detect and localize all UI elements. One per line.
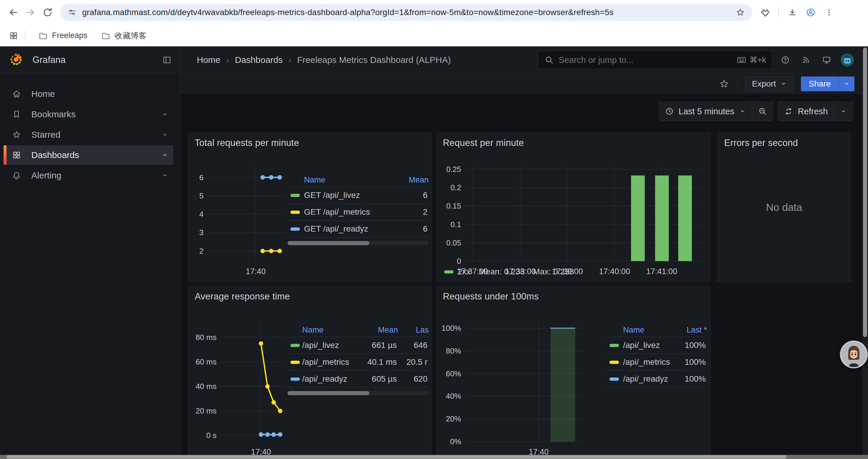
data-point [259, 432, 263, 437]
breadcrumb-item[interactable]: Home [197, 55, 220, 65]
chevron-down-icon [161, 131, 169, 138]
search-input[interactable] [558, 55, 737, 65]
legend-series-name[interactable]: /api/_livez [302, 340, 354, 350]
legend-scrollbar-thumb[interactable] [287, 241, 369, 245]
legend-scrollbar[interactable] [287, 391, 429, 395]
legend-value: 605 µs [354, 374, 398, 384]
legend-column-header[interactable]: Mean [393, 175, 429, 185]
series-color-pill [290, 194, 300, 197]
site-settings-icon[interactable] [67, 8, 77, 17]
sidebar-item-dashboards[interactable]: Dashboards [4, 145, 174, 165]
series-color-pill [610, 361, 619, 364]
legend-series-name[interactable]: GET /api/_metrics [304, 207, 393, 217]
legend-series-name[interactable]: GET /api/_readyz [304, 224, 393, 234]
legend-series-name[interactable]: GET /api/_livez [304, 191, 393, 200]
legend-row[interactable]: /api/_metrics40.1 ms20.5 r [287, 354, 429, 370]
legend-inline[interactable]: 2xx Mean: 0.233 Max: 0.233 [444, 267, 574, 276]
floating-profile-avatar[interactable] [840, 340, 868, 369]
legend-row[interactable]: /api/_livez661 µs646 [287, 337, 429, 354]
bell-icon [12, 171, 21, 180]
legend-column-header[interactable]: Name [302, 326, 354, 335]
vertical-scrollbar-thumb[interactable] [863, 47, 867, 337]
sidebar-toggle-button[interactable] [162, 55, 172, 65]
extensions-icon[interactable] [760, 8, 769, 17]
sidebar-item-bookmarks[interactable]: Bookmarks [4, 104, 174, 124]
sidebar-item-label: Starred [31, 130, 60, 140]
bookmark-star-icon[interactable] [736, 8, 745, 17]
requests-under-100ms-chart: 100%80%60%40%20%0%17:40 [438, 309, 608, 459]
bookmark-folder[interactable]: 收藏博客 [96, 28, 152, 44]
legend-row[interactable]: /api/_readyz605 µs620 [287, 370, 429, 388]
zoom-out-button[interactable] [752, 102, 773, 121]
legend-series-name[interactable]: /api/_metrics [302, 357, 354, 367]
legend-value: 100% [671, 340, 707, 350]
legend-value: 40.1 ms [354, 357, 398, 367]
series-color-pill [610, 378, 619, 381]
grafana-header: Grafana Home›Dashboards›Freeleaps Metric… [0, 46, 868, 74]
browser-back-button[interactable] [5, 4, 22, 21]
share-split-button: Share [801, 76, 855, 91]
sidebar-item-home[interactable]: Home [4, 84, 174, 104]
legend-row[interactable]: GET /api/_livez6 [287, 187, 429, 203]
y-tick-label: 60 ms [195, 357, 217, 366]
export-button[interactable]: Export [745, 76, 794, 91]
legend-series-name[interactable]: /api/_metrics [623, 357, 671, 367]
grafana-logo-icon[interactable] [8, 52, 24, 68]
legend-column-header[interactable]: Name [623, 326, 671, 335]
user-avatar[interactable] [841, 54, 854, 66]
sidebar-item-alerting[interactable]: Alerting [4, 166, 174, 185]
bookmark-folder[interactable]: Freeleaps [33, 28, 93, 43]
y-tick-label: 80% [446, 347, 461, 355]
share-button[interactable]: Share [801, 76, 838, 91]
series-color-pill [290, 344, 300, 347]
legend-series-name[interactable]: /api/_livez [623, 340, 671, 350]
legend-value: 646 [398, 340, 429, 350]
legend-value: 661 µs [354, 340, 398, 350]
y-tick-label: 20% [446, 415, 461, 423]
panel-title[interactable]: Requests under 100ms [443, 291, 539, 302]
news-button[interactable] [800, 54, 812, 66]
vertical-scrollbar[interactable] [862, 46, 868, 455]
refresh-button[interactable]: Refresh [778, 102, 834, 121]
legend-header: NameMeanLas [287, 323, 429, 337]
panel-total-requests-per-minute: Total requests per minute 6543217:40 Nam… [188, 133, 432, 282]
downloads-icon[interactable] [788, 8, 797, 17]
share-menu-button[interactable] [838, 76, 855, 91]
toolbar-divider [778, 7, 779, 18]
browser-menu-icon[interactable] [824, 8, 834, 17]
legend-column-header[interactable]: Mean [354, 326, 398, 335]
legend-row[interactable]: /api/_readyz100% [607, 370, 707, 388]
legend-column-header[interactable]: Las [398, 326, 429, 335]
breadcrumb-item[interactable]: Dashboards [235, 55, 283, 65]
search-box[interactable]: ⌘+k [538, 51, 772, 69]
legend-row[interactable]: /api/_metrics100% [607, 354, 707, 370]
favorite-dashboard-button[interactable] [718, 77, 731, 90]
refresh-interval-button[interactable] [834, 102, 853, 121]
panel-title[interactable]: Total requests per minute [195, 138, 299, 148]
browser-reload-button[interactable] [39, 4, 56, 21]
time-range-picker[interactable]: Last 5 minutes [659, 102, 752, 121]
help-button[interactable] [779, 54, 792, 66]
legend-row[interactable]: GET /api/_readyz6 [287, 220, 429, 237]
legend-column-header[interactable]: Name [304, 175, 393, 185]
legend-series-name[interactable]: /api/_readyz [623, 374, 671, 384]
panel-title[interactable]: Request per minute [443, 138, 524, 148]
legend-series-name[interactable]: /api/_readyz [302, 374, 354, 384]
search-icon [545, 55, 554, 65]
horizontal-scrollbar-thumb[interactable] [6, 455, 786, 459]
legend-row[interactable]: GET /api/_metrics2 [287, 203, 429, 220]
horizontal-scrollbar[interactable] [0, 455, 868, 459]
legend-column-header[interactable]: Last * [671, 326, 707, 335]
panel-title[interactable]: Average response time [195, 291, 290, 302]
legend-header: NameMean [287, 173, 429, 187]
kiosk-mode-button[interactable] [820, 54, 833, 66]
browser-forward-button[interactable] [22, 4, 39, 21]
legend-row[interactable]: /api/_livez100% [607, 337, 707, 354]
address-bar[interactable]: grafana.mathmast.com/d/deytv4rwavabkb/fr… [60, 4, 752, 21]
data-point [278, 409, 282, 413]
profile-icon[interactable] [806, 8, 815, 17]
legend-scrollbar-thumb[interactable] [287, 391, 369, 395]
legend-scrollbar[interactable] [287, 241, 429, 245]
sidebar-item-starred[interactable]: Starred [4, 125, 174, 144]
apps-grid-icon[interactable] [9, 31, 18, 40]
